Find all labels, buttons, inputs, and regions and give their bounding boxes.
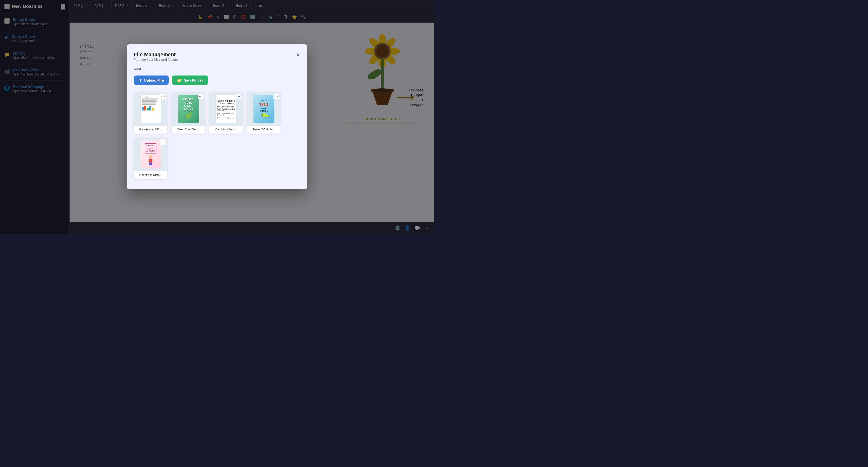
svg-rect-25	[152, 160, 154, 162]
modal-actions: ⬆ Upload File 📁 New Folder	[134, 76, 300, 85]
modal-header: File Management Manage your files and fo…	[134, 52, 300, 66]
svg-rect-18	[189, 117, 190, 119]
file-card-2[interactable]: Match Numbers Table of Contents Count an…	[209, 92, 243, 133]
svg-rect-27	[151, 163, 152, 165]
file-card-0[interactable]: Lorem ipsum	[134, 92, 167, 133]
file-menu-button-4[interactable]: ⋯	[160, 139, 166, 145]
file-thumbnail-0: Lorem ipsum	[134, 92, 167, 126]
file-name-3: Trace 100 Sight...	[247, 126, 281, 133]
file-menu-button-2[interactable]: ⋯	[236, 94, 241, 99]
file-thumbnail-4: COUNTANDMATCH ⋯	[134, 138, 167, 171]
file-thumbnail-3: TRACE 100 SIGHT WORDS ⋯	[247, 92, 281, 126]
svg-rect-26	[149, 163, 151, 165]
modal-title: File Management	[134, 52, 178, 58]
file-menu-button-0[interactable]: ⋯	[160, 94, 166, 99]
svg-rect-23	[149, 159, 152, 163]
file-name-0: file-sample_150...	[134, 126, 167, 133]
modal-breadcrumb: Root	[134, 67, 300, 71]
folder-icon: 📁	[177, 78, 181, 83]
svg-rect-24	[148, 160, 149, 162]
file-menu-button-3[interactable]: ⋯	[273, 94, 279, 99]
svg-point-16	[189, 113, 191, 115]
modal-subtitle: Manage your files and folders	[134, 58, 178, 61]
file-thumbnail-2: Match Numbers Table of Contents Count an…	[209, 92, 243, 126]
file-thumbnail-1: COLORCUTEDINO-SAURS ⋯	[172, 92, 205, 126]
files-grid: Lorem ipsum	[134, 92, 300, 179]
new-folder-button[interactable]: 📁 New Folder	[172, 76, 208, 85]
svg-point-21	[265, 115, 269, 117]
modal-close-button[interactable]: ✕	[296, 52, 300, 58]
file-name-1: Color Cute Dino...	[172, 126, 205, 133]
upload-file-button[interactable]: ⬆ Upload File	[134, 76, 169, 85]
file-management-modal: File Management Manage your files and fo…	[127, 44, 307, 189]
file-menu-button-1[interactable]: ⋯	[198, 94, 204, 99]
file-name-4: Count and Matc...	[134, 171, 167, 179]
upload-icon: ⬆	[139, 78, 142, 83]
file-card-4[interactable]: COUNTANDMATCH ⋯ Count and Matc	[134, 138, 167, 179]
file-card-3[interactable]: TRACE 100 SIGHT WORDS ⋯ Trace 100 Sight	[247, 92, 281, 133]
file-card-1[interactable]: COLORCUTEDINO-SAURS ⋯ Color Cute Dino...	[172, 92, 205, 133]
svg-point-22	[149, 155, 153, 159]
file-name-2: Match Numbers...	[209, 126, 243, 133]
svg-rect-17	[187, 117, 188, 119]
